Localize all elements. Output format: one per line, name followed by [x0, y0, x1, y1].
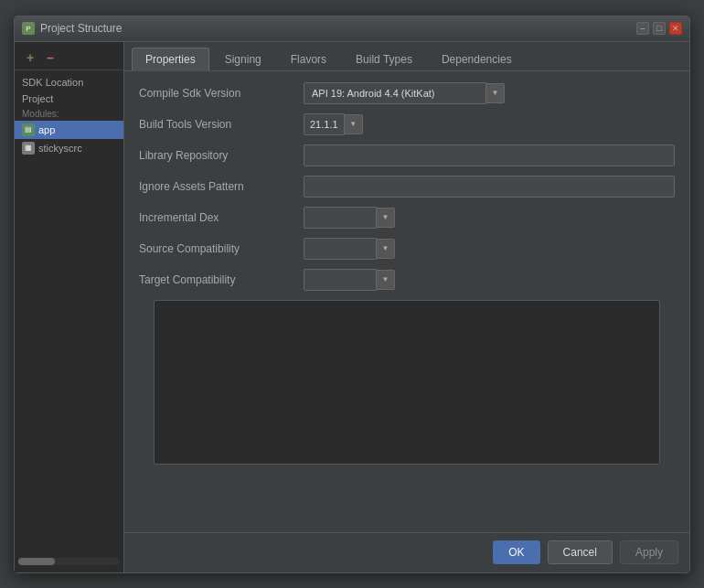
compile-sdk-version-arrow[interactable]: ▼: [486, 83, 505, 103]
sidebar-item-project[interactable]: Project: [15, 91, 123, 107]
source-compatibility-value: [304, 238, 377, 260]
compile-sdk-version-row: Compile Sdk Version API 19: Android 4.4 …: [139, 82, 675, 104]
maximize-button[interactable]: □: [653, 22, 666, 35]
sidebar-item-sdk-location[interactable]: SDK Location: [15, 74, 123, 91]
sidebar-item-app[interactable]: ▤ app: [15, 121, 123, 139]
sidebar-toolbar: + –: [15, 46, 123, 70]
build-tools-version-label: Build Tools Version: [139, 118, 304, 131]
tab-dependencies[interactable]: Dependencies: [428, 48, 526, 70]
apply-button[interactable]: Apply: [620, 540, 678, 564]
properties-panel: Compile Sdk Version API 19: Android 4.4 …: [124, 71, 689, 532]
ok-button[interactable]: OK: [493, 540, 539, 564]
close-button[interactable]: ✕: [669, 22, 682, 35]
window-icon: P: [22, 22, 35, 35]
target-compatibility-dropdown[interactable]: ▼: [304, 269, 395, 291]
stickyscrc-module-icon: ▦: [22, 142, 35, 155]
sidebar-scrollbar-thumb: [18, 558, 55, 565]
target-compatibility-value: [304, 269, 377, 291]
window-title: Project Structure: [40, 22, 636, 35]
main-content: Properties Signing Flavors Build Types D…: [124, 42, 689, 572]
incremental-dex-label: Incremental Dex: [139, 211, 304, 224]
remove-module-button[interactable]: –: [42, 49, 59, 66]
app-module-icon: ▤: [22, 123, 35, 136]
source-compatibility-label: Source Compatibility: [139, 242, 304, 255]
title-bar: P Project Structure – □ ✕: [15, 16, 689, 42]
incremental-dex-value: [304, 207, 377, 229]
source-compatibility-arrow[interactable]: ▼: [377, 239, 395, 259]
cancel-button[interactable]: Cancel: [548, 540, 613, 564]
compile-sdk-version-value: API 19: Android 4.4 (KitKat): [304, 82, 486, 104]
window-controls: – □ ✕: [636, 22, 682, 35]
tab-flavors[interactable]: Flavors: [277, 48, 340, 70]
tab-bar: Properties Signing Flavors Build Types D…: [124, 42, 689, 71]
library-repository-label: Library Repository: [139, 149, 304, 162]
ignore-assets-pattern-label: Ignore Assets Pattern: [139, 180, 304, 193]
incremental-dex-arrow[interactable]: ▼: [377, 208, 395, 228]
sidebar-modules-label: Modules:: [15, 107, 123, 121]
project-structure-window: P Project Structure – □ ✕ + – SDK Locati…: [14, 16, 690, 573]
footer: OK Cancel Apply: [124, 532, 689, 572]
library-repository-input[interactable]: [304, 144, 675, 166]
library-repository-row: Library Repository: [139, 144, 675, 166]
tab-properties[interactable]: Properties: [132, 48, 209, 71]
bottom-panel: [154, 300, 660, 465]
build-tools-version-dropdown[interactable]: 21.1.1 ▼: [304, 113, 363, 135]
tab-build-types[interactable]: Build Types: [342, 48, 426, 70]
build-tools-version-value: 21.1.1: [304, 113, 345, 135]
minimize-button[interactable]: –: [636, 22, 649, 35]
target-compatibility-row: Target Compatibility ▼: [139, 269, 675, 291]
add-module-button[interactable]: +: [22, 49, 38, 66]
sidebar-item-stickyscrc[interactable]: ▦ stickyscrc: [15, 139, 123, 157]
build-tools-version-arrow[interactable]: ▼: [345, 114, 363, 134]
sidebar-scrollbar[interactable]: [18, 558, 120, 565]
incremental-dex-dropdown[interactable]: ▼: [304, 207, 395, 229]
target-compatibility-label: Target Compatibility: [139, 273, 304, 286]
incremental-dex-row: Incremental Dex ▼: [139, 207, 675, 229]
compile-sdk-version-label: Compile Sdk Version: [139, 87, 304, 100]
target-compatibility-arrow[interactable]: ▼: [377, 270, 395, 290]
build-tools-version-row: Build Tools Version 21.1.1 ▼: [139, 113, 675, 135]
compile-sdk-version-dropdown[interactable]: API 19: Android 4.4 (KitKat) ▼: [304, 82, 505, 104]
ignore-assets-pattern-input[interactable]: [304, 176, 675, 198]
source-compatibility-dropdown[interactable]: ▼: [304, 238, 395, 260]
ignore-assets-pattern-row: Ignore Assets Pattern: [139, 176, 675, 198]
sidebar: + – SDK Location Project Modules: ▤ app …: [15, 42, 124, 572]
window-body: + – SDK Location Project Modules: ▤ app …: [15, 42, 689, 572]
source-compatibility-row: Source Compatibility ▼: [139, 238, 675, 260]
tab-signing[interactable]: Signing: [211, 48, 275, 70]
